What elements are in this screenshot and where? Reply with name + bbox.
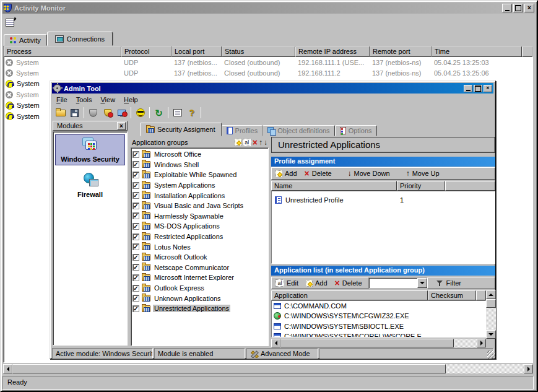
menu-item-help[interactable]: Help — [119, 95, 142, 104]
new-group-button[interactable] — [235, 139, 241, 146]
application-row[interactable]: C:\WINDOWS\SYSTEM\COREL\WSCORE.E — [272, 331, 485, 338]
modules-close-button[interactable]: × — [117, 122, 126, 130]
admin-close-button[interactable]: × — [484, 85, 492, 92]
block-network-button[interactable] — [115, 106, 129, 120]
column-header[interactable]: Remote port — [370, 46, 432, 57]
application-group-item[interactable]: ✓Microsoft Internet Explorer — [132, 272, 268, 283]
checkbox-checked[interactable]: ✓ — [132, 223, 139, 230]
menu-item-file[interactable]: File — [52, 95, 72, 104]
checkbox-checked[interactable]: ✓ — [132, 203, 139, 209]
application-row[interactable]: C:\WINDOWS\SYSTEM\SBIOCTL.EXE — [272, 321, 485, 331]
resize-grip[interactable] — [487, 351, 495, 359]
checkbox-checked[interactable]: ✓ — [132, 233, 139, 240]
application-group-item[interactable]: ✓Microsoft Outlook — [132, 252, 268, 263]
properties-button[interactable] — [2, 15, 17, 29]
checkbox-checked[interactable]: ✓ — [132, 274, 139, 281]
combobox-drop-button[interactable] — [417, 278, 427, 288]
tab-connections[interactable]: Connections — [47, 32, 113, 46]
checkbox-checked[interactable]: ✓ — [132, 212, 139, 219]
application-group-item[interactable]: ✓Installation Applications — [132, 190, 268, 201]
application-group-item[interactable]: ✓Exploitable While Spawned — [132, 170, 268, 180]
column-name[interactable]: Name — [271, 181, 397, 191]
module-item-windows-security[interactable]: Windows Security — [55, 134, 125, 165]
application-group-item[interactable]: ✓Unknown Applications — [132, 293, 268, 303]
checkbox-checked[interactable]: ✓ — [132, 161, 139, 168]
delete-profile-button[interactable]: × Delete — [303, 169, 336, 178]
application-group-item[interactable]: ✓Microsoft Office — [132, 149, 268, 160]
checkbox-checked[interactable]: ✓ — [132, 151, 139, 158]
minimize-button[interactable] — [502, 4, 512, 12]
checkbox-checked[interactable]: ✓ — [132, 264, 139, 271]
filter-button[interactable]: Filter — [435, 279, 465, 287]
checkbox-checked[interactable]: ✓ — [132, 182, 139, 189]
tab-activity[interactable]: Activity — [4, 34, 47, 46]
admin-minimize-button[interactable] — [464, 85, 472, 92]
delete-application-button[interactable]: × Delete — [334, 279, 366, 287]
column-header[interactable]: Status — [222, 46, 295, 57]
rename-group-button[interactable]: al — [243, 139, 251, 146]
connection-row[interactable]: SystemUDP137 (netbios...Closed (outbound… — [4, 68, 532, 78]
column-header[interactable]: Process — [4, 46, 121, 57]
menu-item-tools[interactable]: Tools — [72, 95, 97, 104]
move-up-button[interactable]: ↑ Move Up — [405, 170, 443, 177]
admin-title-bar[interactable]: Admin Tool × — [52, 83, 493, 94]
checkbox-checked[interactable]: ✓ — [132, 172, 139, 178]
vscrollbar-thumb[interactable] — [486, 299, 496, 308]
admin-maximize-button[interactable] — [474, 85, 482, 92]
save-button[interactable] — [67, 106, 82, 120]
module-item-firewall[interactable]: Firewall — [55, 170, 125, 200]
column-header[interactable]: Local port — [171, 46, 222, 57]
hscrollbar-thumb[interactable] — [280, 339, 454, 347]
application-group-item[interactable]: ✓Outlook Express — [132, 283, 268, 294]
scroll-right-button[interactable] — [477, 339, 486, 347]
application-group-item[interactable]: ✓Restricted Applications — [132, 232, 268, 242]
tab-security-assigment[interactable]: Security Assigment — [140, 123, 222, 136]
tab-options[interactable]: Options — [335, 125, 377, 136]
column-checksum[interactable]: Checksum — [428, 290, 476, 300]
add-application-button[interactable]: Add — [305, 279, 331, 287]
application-group-item[interactable]: ✓Visual Basic and Java Scripts — [132, 201, 268, 211]
checkbox-checked[interactable]: ✓ — [132, 295, 139, 302]
stealth-mode-button[interactable] — [133, 106, 147, 120]
move-group-up-button[interactable]: ↑ — [259, 139, 262, 146]
open-button[interactable] — [53, 106, 67, 120]
application-list-hscrollbar[interactable] — [271, 339, 486, 347]
scrollbar-track[interactable] — [446, 364, 524, 373]
scroll-right-button[interactable] — [524, 364, 533, 373]
scrollbar-thumb[interactable] — [12, 364, 446, 373]
refresh-button[interactable]: ↻ — [152, 106, 166, 120]
application-group-item[interactable]: ✓Harmlessly Spawnable — [132, 211, 268, 222]
tab-profiles[interactable]: Profiles — [222, 125, 263, 136]
menu-item-view[interactable]: View — [96, 95, 119, 104]
column-application[interactable]: Application — [271, 290, 428, 300]
horizontal-scrollbar[interactable] — [3, 364, 533, 373]
checkbox-checked[interactable]: ✓ — [132, 285, 139, 292]
block-application-button[interactable] — [100, 106, 115, 120]
scroll-left-button[interactable] — [3, 364, 12, 373]
connection-row[interactable]: SystemUDP137 (netbios...Closed (outbound… — [4, 57, 532, 68]
add-profile-button[interactable]: Add — [274, 170, 301, 177]
application-group-item[interactable]: ✓Lotus Notes — [132, 242, 268, 252]
column-header[interactable]: Protocol — [121, 46, 171, 57]
filter-combobox[interactable] — [368, 277, 428, 289]
title-bar[interactable]: Activity Monitor × — [2, 2, 536, 14]
move-group-down-button[interactable]: ↓ — [264, 139, 267, 146]
application-row[interactable]: C:\COMMAND.COM — [272, 301, 485, 311]
scroll-left-button[interactable] — [271, 339, 280, 347]
checkbox-checked[interactable]: ✓ — [132, 254, 139, 261]
move-down-button[interactable]: ↓ Move Down — [347, 170, 394, 177]
shield-button[interactable] — [86, 106, 100, 120]
application-row[interactable]: C:\WINDOWS\SYSTEM\CFGWIZ32.EXE — [272, 311, 485, 321]
scroll-down-button[interactable] — [486, 330, 496, 339]
column-header[interactable]: Time — [432, 46, 522, 57]
scroll-up-button[interactable] — [486, 290, 496, 299]
application-group-item[interactable]: ✓Netscape Communicator — [132, 263, 268, 273]
column-header[interactable]: Remote IP address — [295, 46, 370, 57]
delete-group-button[interactable]: × — [253, 138, 258, 147]
edit-application-button[interactable]: al Edit — [274, 279, 302, 287]
checkbox-checked[interactable]: ✓ — [132, 305, 139, 312]
profile-row[interactable]: Unrestricted Profile1 — [272, 194, 495, 205]
maximize-button[interactable] — [513, 4, 523, 12]
application-group-item[interactable]: ✓MS-DOS Applications — [132, 221, 268, 232]
checkbox-checked[interactable]: ✓ — [132, 243, 139, 250]
